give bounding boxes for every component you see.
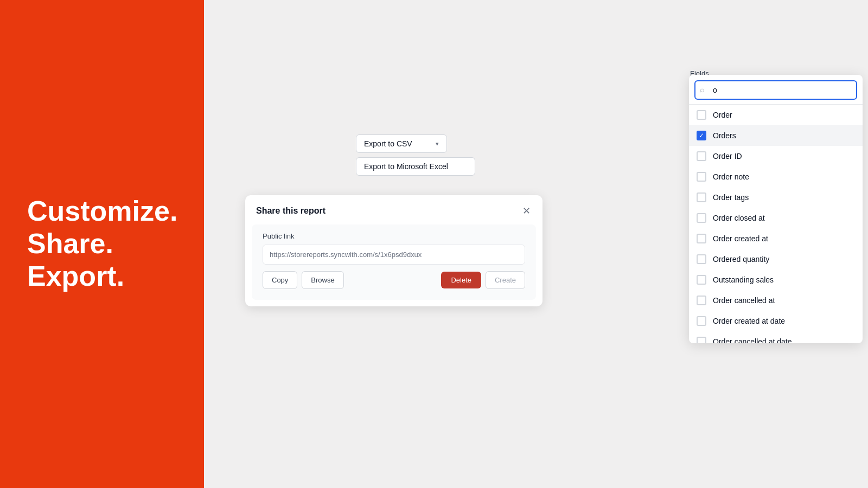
share-modal-header: Share this report ✕	[245, 195, 542, 224]
field-checkbox-order	[697, 110, 706, 120]
field-label-order-cancelled-at-date: Order cancelled at date	[713, 337, 792, 343]
field-item-order-created-at[interactable]: Order created at	[689, 228, 863, 249]
field-label-order-tags: Order tags	[713, 193, 749, 202]
export-csv-label: Export to CSV	[364, 139, 412, 148]
field-label-order-closed-at: Order closed at	[713, 214, 765, 222]
copy-button[interactable]: Copy	[263, 271, 297, 289]
public-link-input[interactable]	[263, 245, 525, 265]
export-csv-button[interactable]: Export to CSV ▾	[356, 134, 447, 153]
field-checkbox-ordered-quantity	[697, 254, 706, 264]
field-item-order-cancelled-at-date[interactable]: Order cancelled at date	[689, 331, 863, 343]
share-modal-body: Public link Copy Browse Delete Create	[252, 224, 536, 300]
field-item-order-created-at-date[interactable]: Order created at date	[689, 311, 863, 331]
field-label-ordered-quantity: Ordered quantity	[713, 255, 769, 264]
field-label-order-note: Order note	[713, 172, 749, 181]
fields-search-wrapper: ⌕	[689, 75, 863, 105]
fields-panel: ⌕ Order✓OrdersOrder IDOrder noteOrder ta…	[689, 75, 863, 343]
export-excel-label: Export to Microsoft Excel	[364, 162, 448, 171]
field-checkbox-order-tags	[697, 192, 706, 202]
hero-text: Customize. Share. Export.	[27, 195, 177, 292]
field-label-order-id: Order ID	[713, 152, 742, 160]
field-checkbox-outstanding-sales	[697, 275, 706, 285]
hero-line2: Share.	[27, 228, 177, 260]
search-icon: ⌕	[700, 85, 704, 94]
fields-list: Order✓OrdersOrder IDOrder noteOrder tags…	[689, 105, 863, 343]
export-excel-button[interactable]: Export to Microsoft Excel	[356, 157, 475, 176]
field-checkbox-order-cancelled-at	[697, 296, 706, 305]
field-checkbox-orders: ✓	[697, 131, 706, 140]
field-label-order-created-at: Order created at	[713, 234, 768, 243]
public-link-label: Public link	[263, 224, 525, 245]
hero-line3: Export.	[27, 260, 177, 293]
close-modal-button[interactable]: ✕	[521, 205, 532, 217]
create-button[interactable]: Create	[486, 271, 525, 289]
left-panel: Customize. Share. Export.	[0, 0, 204, 488]
share-modal: Share this report ✕ Public link Copy Bro…	[245, 195, 542, 306]
field-checkbox-order-created-at	[697, 234, 706, 243]
share-modal-title: Share this report	[256, 206, 326, 216]
export-area: Export to CSV ▾ Export to Microsoft Exce…	[356, 134, 475, 176]
right-panel: Fields Export to CSV ▾ Export to Microso…	[204, 0, 868, 488]
fields-search-input[interactable]	[694, 80, 857, 100]
field-item-order-note[interactable]: Order note	[689, 166, 863, 187]
field-item-order-cancelled-at[interactable]: Order cancelled at	[689, 290, 863, 311]
close-icon: ✕	[522, 206, 531, 216]
field-item-order-closed-at[interactable]: Order closed at	[689, 208, 863, 228]
field-checkbox-order-cancelled-at-date	[697, 337, 706, 343]
field-label-order-created-at-date: Order created at date	[713, 317, 785, 325]
field-checkbox-order-closed-at	[697, 213, 706, 223]
field-item-outstanding-sales[interactable]: Outstanding sales	[689, 269, 863, 290]
field-item-order-id[interactable]: Order ID	[689, 146, 863, 166]
share-actions: Copy Browse Delete Create	[263, 271, 525, 289]
hero-line1: Customize.	[27, 195, 177, 228]
delete-button[interactable]: Delete	[441, 272, 481, 288]
field-checkbox-order-note	[697, 172, 706, 182]
field-item-ordered-quantity[interactable]: Ordered quantity	[689, 249, 863, 269]
field-label-outstanding-sales: Outstanding sales	[713, 275, 774, 284]
field-item-order-tags[interactable]: Order tags	[689, 187, 863, 208]
browse-button[interactable]: Browse	[302, 271, 343, 289]
field-label-order: Order	[713, 111, 732, 119]
field-checkbox-order-id	[697, 151, 706, 161]
field-label-order-cancelled-at: Order cancelled at	[713, 296, 775, 305]
field-label-orders: Orders	[713, 131, 736, 140]
field-item-order[interactable]: Order	[689, 105, 863, 125]
field-item-orders[interactable]: ✓Orders	[689, 125, 863, 146]
chevron-down-icon: ▾	[436, 140, 439, 147]
field-checkbox-order-created-at-date	[697, 316, 706, 326]
